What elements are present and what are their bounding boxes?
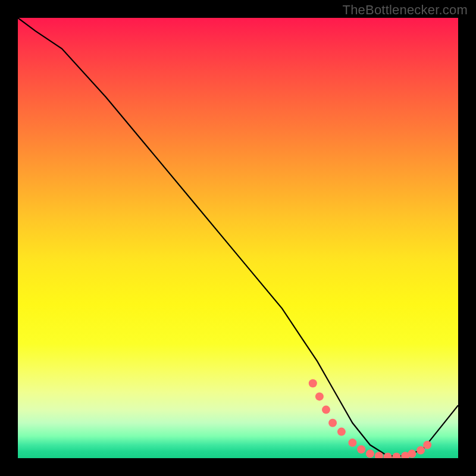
marker-dot: [366, 450, 374, 458]
curve-line: [18, 18, 458, 456]
marker-dot: [337, 428, 346, 436]
marker-dot: [392, 453, 400, 458]
watermark-text: TheBottlenecker.com: [343, 2, 468, 18]
marker-dot: [328, 419, 337, 427]
marker-dot: [348, 439, 356, 447]
marker-dot: [309, 379, 317, 387]
plot-area: [18, 18, 458, 458]
chart-container: TheBottlenecker.com: [0, 0, 476, 476]
marker-dot: [416, 446, 425, 455]
marker-dot: [357, 445, 365, 453]
marker-dot: [322, 406, 330, 414]
marker-dot: [408, 450, 416, 458]
marker-dot: [315, 392, 324, 400]
marker-dot: [423, 441, 431, 449]
highlight-markers: [309, 379, 431, 458]
chart-svg: [18, 18, 458, 458]
